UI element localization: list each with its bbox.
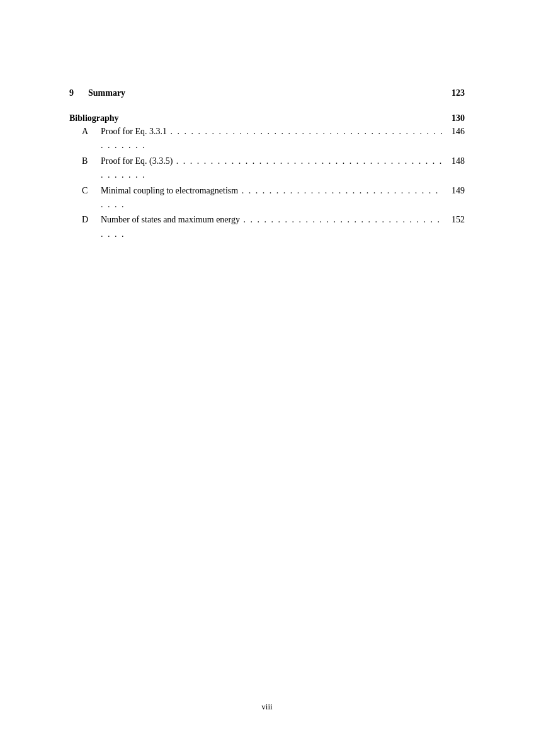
toc-section: 9 Summary 123 Bibliography 130 A Proof f… [69, 88, 465, 241]
appendix-b-row: B Proof for Eq. (3.3.5) . . . . . . . . … [69, 154, 465, 183]
appendix-a-row: A Proof for Eq. 3.3.1 . . . . . . . . . … [69, 125, 465, 153]
bibliography-row: Bibliography 130 [69, 113, 465, 123]
appendix-a-letter: A [69, 125, 101, 139]
bibliography-page: 130 [446, 113, 465, 123]
appendix-b-page: 148 [446, 154, 465, 168]
appendix-b-letter: B [69, 154, 101, 168]
appendix-a-page: 146 [446, 125, 465, 139]
bibliography-title: Bibliography [69, 113, 446, 123]
appendix-c-letter: C [69, 184, 101, 198]
chapter-9-row: 9 Summary 123 [69, 88, 465, 98]
chapter-9-page: 123 [446, 88, 465, 98]
page-number: viii [261, 702, 272, 711]
appendix-c-row: C Minimal coupling to electromagnetism .… [69, 184, 465, 212]
appendix-c-title: Minimal coupling to electromagnetism . .… [101, 184, 446, 212]
appendix-d-letter: D [69, 213, 101, 227]
chapter-9-title: Summary [88, 88, 446, 98]
page: 9 Summary 123 Bibliography 130 A Proof f… [0, 0, 534, 756]
appendix-d-page: 152 [446, 213, 465, 227]
appendix-d-row: D Number of states and maximum energy . … [69, 213, 465, 241]
appendix-b-title: Proof for Eq. (3.3.5) . . . . . . . . . … [101, 154, 446, 183]
appendix-d-title: Number of states and maximum energy . . … [101, 213, 446, 241]
appendix-a-title: Proof for Eq. 3.3.1 . . . . . . . . . . … [101, 125, 446, 153]
chapter-9-number: 9 [69, 88, 88, 98]
appendix-c-page: 149 [446, 184, 465, 198]
page-footer: viii [0, 702, 534, 712]
